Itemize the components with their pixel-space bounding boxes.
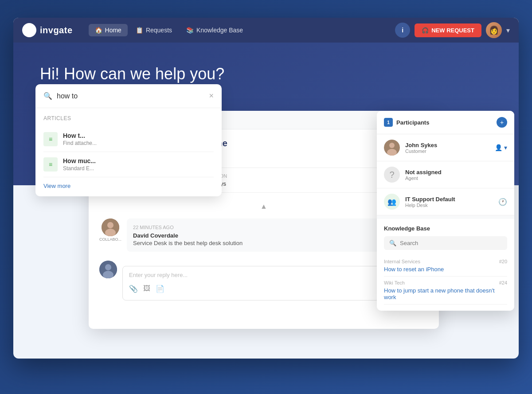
kb-category-2: Wiki Tech xyxy=(384,280,496,285)
kb-item-2: Wiki Tech How to jump start a new phone … xyxy=(384,277,507,304)
hero-title: Hi! How can we help you? xyxy=(40,65,492,83)
nav-requests-label: Requests xyxy=(146,27,172,34)
requests-icon: 📋 xyxy=(136,27,143,34)
articles-label: Articles xyxy=(43,115,214,121)
knowledge-search: 🔍 xyxy=(384,236,507,250)
kb-item-1-content: Internal Services How to reset an iPhone xyxy=(384,259,444,273)
knowledge-base-title: Knowledge Base xyxy=(384,225,507,232)
it-support-avatar: 👥 xyxy=(384,194,400,210)
close-icon[interactable]: × xyxy=(209,91,214,101)
participants-header: 1 Participants + xyxy=(377,111,514,134)
article-content: How t... Find attache... xyxy=(63,132,97,146)
navbar: invgate 🏠 Home 📋 Requests 📚 Knowledge Ba… xyxy=(13,18,519,43)
nav-right: i 🎧 NEW REQUEST 👩 ▾ xyxy=(395,22,510,38)
kb-number-1: #20 xyxy=(499,259,507,264)
logo-area: invgate xyxy=(22,23,73,37)
document-icon[interactable]: 📄 xyxy=(156,285,164,293)
svg-point-4 xyxy=(107,222,113,228)
headset-icon: 🎧 xyxy=(422,27,429,34)
collabo-label: COLLABO... xyxy=(99,237,121,242)
home-icon: 🏠 xyxy=(95,27,102,34)
kb-link-2[interactable]: How to jump start a new phone that doesn… xyxy=(384,287,496,300)
participant-john-sykes: John Sykes Customer 👤 ▾ xyxy=(377,134,514,161)
logo-text: invgate xyxy=(40,25,73,35)
avatar-dropdown-icon[interactable]: ▾ xyxy=(506,26,510,35)
john-sykes-name: John Sykes xyxy=(405,142,489,148)
knowledge-base-icon: 📚 xyxy=(186,27,194,34)
right-panel: 1 Participants + John Sykes Customer xyxy=(377,111,514,311)
it-support-role: Help Desk xyxy=(405,203,493,208)
article-content-2: How muc... Standard E... xyxy=(63,157,96,172)
john-sykes-avatar xyxy=(384,140,400,156)
not-assigned-name: Not assigned xyxy=(405,169,507,176)
article-icon-2: ≡ xyxy=(43,157,58,172)
attachment-icon[interactable]: 📎 xyxy=(129,285,138,293)
logo-icon xyxy=(22,23,36,37)
kb-item-1: Internal Services How to reset an iPhone… xyxy=(384,255,507,277)
search-input[interactable] xyxy=(57,92,204,100)
svg-point-7 xyxy=(105,264,111,270)
kb-search-icon: 🔍 xyxy=(389,240,396,246)
image-icon[interactable]: 🖼 xyxy=(143,285,150,293)
svg-point-10 xyxy=(389,143,395,148)
sender-avatar xyxy=(102,218,119,236)
john-sykes-role: Customer xyxy=(405,148,489,154)
article-item[interactable]: ≡ How muc... Standard E... xyxy=(43,152,214,177)
article-icon: ≡ xyxy=(43,132,58,146)
person-icon: 👤 xyxy=(495,144,502,151)
nav-item-requests[interactable]: 📋 Requests xyxy=(129,24,178,36)
svg-point-1 xyxy=(27,28,31,32)
nav-item-knowledge-base[interactable]: 📚 Knowledge Base xyxy=(180,24,249,36)
info-label: i xyxy=(402,27,403,34)
search-results: Articles ≡ How t... Find attache... ≡ Ho… xyxy=(35,108,222,196)
knowledge-search-input[interactable] xyxy=(400,240,502,246)
kb-item-2-content: Wiki Tech How to jump start a new phone … xyxy=(384,280,496,300)
article-title-2: How muc... xyxy=(63,157,96,164)
reply-avatar xyxy=(99,261,117,278)
participants-section: 1 Participants + John Sykes Customer xyxy=(377,111,514,215)
new-request-label: NEW REQUEST xyxy=(431,27,474,34)
not-assigned-role: Agent xyxy=(405,176,507,181)
new-request-button[interactable]: 🎧 NEW REQUEST xyxy=(415,23,481,37)
knowledge-base-section: Knowledge Base 🔍 Internal Services How t… xyxy=(377,219,514,311)
john-sykes-action[interactable]: 👤 ▾ xyxy=(495,144,507,151)
user-avatar[interactable]: 👩 xyxy=(486,22,502,38)
nav-links: 🏠 Home 📋 Requests 📚 Knowledge Base xyxy=(89,24,387,36)
browser-window: invgate 🏠 Home 📋 Requests 📚 Knowledge Ba… xyxy=(13,18,519,359)
message-time: 22 MINUTES AGO xyxy=(133,225,174,230)
participants-title: Participants xyxy=(396,119,497,126)
not-assigned-info: Not assigned Agent xyxy=(405,169,507,181)
article-desc: Find attache... xyxy=(63,140,97,146)
clock-icon: 🕐 xyxy=(498,198,507,206)
nav-item-home[interactable]: 🏠 Home xyxy=(89,24,128,36)
nav-home-label: Home xyxy=(105,27,121,34)
participant-it-support: 👥 IT Support Default Help Desk 🕐 xyxy=(377,188,514,215)
it-support-info: IT Support Default Help Desk xyxy=(405,196,493,208)
nav-kb-label: Knowledge Base xyxy=(196,27,243,34)
article-desc-2: Standard E... xyxy=(63,165,96,172)
article-title: How t... xyxy=(63,132,97,139)
avatar-image: 👩 xyxy=(486,22,502,38)
add-participant-button[interactable]: + xyxy=(497,117,507,128)
search-bar: 🔍 × xyxy=(35,84,222,108)
info-button[interactable]: i xyxy=(395,23,410,38)
participants-count: 1 xyxy=(384,118,393,127)
not-assigned-avatar: ? xyxy=(384,167,400,183)
kb-category-1: Internal Services xyxy=(384,259,444,264)
search-panel: 🔍 × Articles ≡ How t... Find attache... … xyxy=(35,84,222,196)
john-sykes-info: John Sykes Customer xyxy=(405,142,489,154)
search-icon: 🔍 xyxy=(43,92,52,100)
kb-number-2: #24 xyxy=(499,280,507,285)
kb-link-1[interactable]: How to reset an iPhone xyxy=(384,266,444,273)
helpdesk-icon: 👥 xyxy=(387,198,396,206)
question-mark-icon: ? xyxy=(389,170,394,180)
participant-not-assigned: ? Not assigned Agent xyxy=(377,161,514,188)
it-support-name: IT Support Default xyxy=(405,196,493,203)
reply-icons: 📎 🖼 📄 xyxy=(129,285,164,293)
view-more-link[interactable]: View more xyxy=(43,183,214,189)
article-item[interactable]: ≡ How t... Find attache... xyxy=(43,127,214,152)
